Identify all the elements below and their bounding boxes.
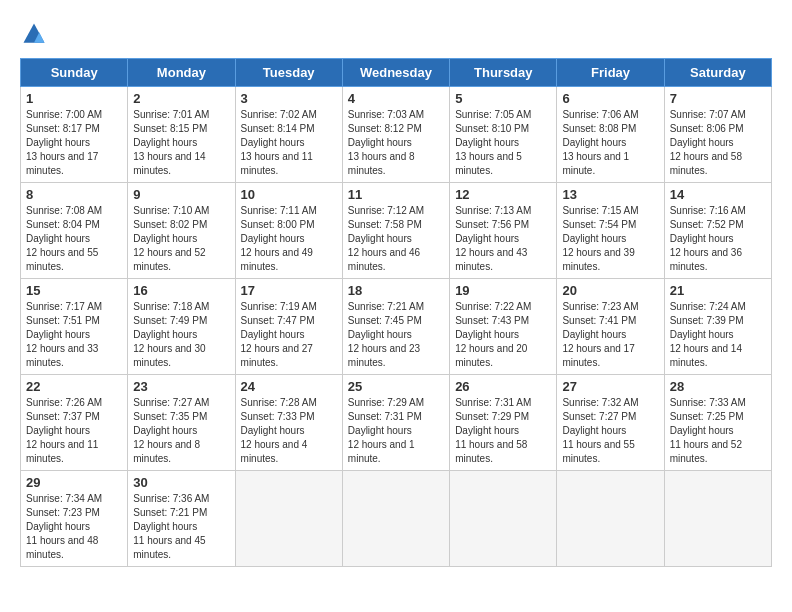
day-number: 19	[455, 283, 551, 298]
day-number: 26	[455, 379, 551, 394]
day-number: 4	[348, 91, 444, 106]
day-number: 20	[562, 283, 658, 298]
calendar-cell	[342, 471, 449, 567]
day-number: 22	[26, 379, 122, 394]
calendar-cell: 16Sunrise: 7:18 AMSunset: 7:49 PMDayligh…	[128, 279, 235, 375]
day-info: Sunrise: 7:17 AMSunset: 7:51 PMDaylight …	[26, 300, 122, 370]
weekday-header-tuesday: Tuesday	[235, 59, 342, 87]
page-header	[20, 20, 772, 48]
day-number: 2	[133, 91, 229, 106]
calendar-cell: 24Sunrise: 7:28 AMSunset: 7:33 PMDayligh…	[235, 375, 342, 471]
calendar-cell: 19Sunrise: 7:22 AMSunset: 7:43 PMDayligh…	[450, 279, 557, 375]
day-number: 5	[455, 91, 551, 106]
day-info: Sunrise: 7:24 AMSunset: 7:39 PMDaylight …	[670, 300, 766, 370]
calendar-cell: 29Sunrise: 7:34 AMSunset: 7:23 PMDayligh…	[21, 471, 128, 567]
day-info: Sunrise: 7:28 AMSunset: 7:33 PMDaylight …	[241, 396, 337, 466]
day-number: 29	[26, 475, 122, 490]
logo-icon	[20, 20, 48, 48]
weekday-header-sunday: Sunday	[21, 59, 128, 87]
day-info: Sunrise: 7:21 AMSunset: 7:45 PMDaylight …	[348, 300, 444, 370]
calendar-cell: 5Sunrise: 7:05 AMSunset: 8:10 PMDaylight…	[450, 87, 557, 183]
day-info: Sunrise: 7:22 AMSunset: 7:43 PMDaylight …	[455, 300, 551, 370]
calendar-cell	[450, 471, 557, 567]
day-number: 3	[241, 91, 337, 106]
day-number: 27	[562, 379, 658, 394]
day-number: 24	[241, 379, 337, 394]
day-info: Sunrise: 7:07 AMSunset: 8:06 PMDaylight …	[670, 108, 766, 178]
day-number: 25	[348, 379, 444, 394]
weekday-header-thursday: Thursday	[450, 59, 557, 87]
calendar-cell: 30Sunrise: 7:36 AMSunset: 7:21 PMDayligh…	[128, 471, 235, 567]
calendar-week-4: 29Sunrise: 7:34 AMSunset: 7:23 PMDayligh…	[21, 471, 772, 567]
calendar-header: SundayMondayTuesdayWednesdayThursdayFrid…	[21, 59, 772, 87]
calendar-week-3: 22Sunrise: 7:26 AMSunset: 7:37 PMDayligh…	[21, 375, 772, 471]
day-number: 17	[241, 283, 337, 298]
day-info: Sunrise: 7:23 AMSunset: 7:41 PMDaylight …	[562, 300, 658, 370]
calendar-cell: 14Sunrise: 7:16 AMSunset: 7:52 PMDayligh…	[664, 183, 771, 279]
day-number: 11	[348, 187, 444, 202]
calendar-week-1: 8Sunrise: 7:08 AMSunset: 8:04 PMDaylight…	[21, 183, 772, 279]
day-number: 6	[562, 91, 658, 106]
day-number: 15	[26, 283, 122, 298]
calendar-cell: 9Sunrise: 7:10 AMSunset: 8:02 PMDaylight…	[128, 183, 235, 279]
calendar-week-0: 1Sunrise: 7:00 AMSunset: 8:17 PMDaylight…	[21, 87, 772, 183]
day-info: Sunrise: 7:33 AMSunset: 7:25 PMDaylight …	[670, 396, 766, 466]
day-number: 7	[670, 91, 766, 106]
calendar-cell: 26Sunrise: 7:31 AMSunset: 7:29 PMDayligh…	[450, 375, 557, 471]
calendar-cell	[664, 471, 771, 567]
calendar-cell: 25Sunrise: 7:29 AMSunset: 7:31 PMDayligh…	[342, 375, 449, 471]
day-info: Sunrise: 7:34 AMSunset: 7:23 PMDaylight …	[26, 492, 122, 562]
calendar-cell: 8Sunrise: 7:08 AMSunset: 8:04 PMDaylight…	[21, 183, 128, 279]
day-info: Sunrise: 7:26 AMSunset: 7:37 PMDaylight …	[26, 396, 122, 466]
day-number: 9	[133, 187, 229, 202]
calendar-cell: 11Sunrise: 7:12 AMSunset: 7:58 PMDayligh…	[342, 183, 449, 279]
day-info: Sunrise: 7:27 AMSunset: 7:35 PMDaylight …	[133, 396, 229, 466]
day-info: Sunrise: 7:10 AMSunset: 8:02 PMDaylight …	[133, 204, 229, 274]
day-number: 10	[241, 187, 337, 202]
calendar-cell: 17Sunrise: 7:19 AMSunset: 7:47 PMDayligh…	[235, 279, 342, 375]
day-info: Sunrise: 7:00 AMSunset: 8:17 PMDaylight …	[26, 108, 122, 178]
day-info: Sunrise: 7:32 AMSunset: 7:27 PMDaylight …	[562, 396, 658, 466]
weekday-header-wednesday: Wednesday	[342, 59, 449, 87]
calendar-cell: 13Sunrise: 7:15 AMSunset: 7:54 PMDayligh…	[557, 183, 664, 279]
day-info: Sunrise: 7:15 AMSunset: 7:54 PMDaylight …	[562, 204, 658, 274]
day-number: 18	[348, 283, 444, 298]
calendar-cell	[557, 471, 664, 567]
calendar-cell: 3Sunrise: 7:02 AMSunset: 8:14 PMDaylight…	[235, 87, 342, 183]
day-info: Sunrise: 7:08 AMSunset: 8:04 PMDaylight …	[26, 204, 122, 274]
day-info: Sunrise: 7:19 AMSunset: 7:47 PMDaylight …	[241, 300, 337, 370]
day-number: 12	[455, 187, 551, 202]
calendar-cell: 20Sunrise: 7:23 AMSunset: 7:41 PMDayligh…	[557, 279, 664, 375]
weekday-header-monday: Monday	[128, 59, 235, 87]
calendar-cell: 10Sunrise: 7:11 AMSunset: 8:00 PMDayligh…	[235, 183, 342, 279]
day-info: Sunrise: 7:29 AMSunset: 7:31 PMDaylight …	[348, 396, 444, 466]
weekday-header-saturday: Saturday	[664, 59, 771, 87]
day-info: Sunrise: 7:18 AMSunset: 7:49 PMDaylight …	[133, 300, 229, 370]
calendar-cell: 4Sunrise: 7:03 AMSunset: 8:12 PMDaylight…	[342, 87, 449, 183]
weekday-header-row: SundayMondayTuesdayWednesdayThursdayFrid…	[21, 59, 772, 87]
day-number: 8	[26, 187, 122, 202]
calendar-cell: 18Sunrise: 7:21 AMSunset: 7:45 PMDayligh…	[342, 279, 449, 375]
day-number: 21	[670, 283, 766, 298]
calendar-cell: 15Sunrise: 7:17 AMSunset: 7:51 PMDayligh…	[21, 279, 128, 375]
calendar-cell: 12Sunrise: 7:13 AMSunset: 7:56 PMDayligh…	[450, 183, 557, 279]
day-number: 14	[670, 187, 766, 202]
calendar-cell: 21Sunrise: 7:24 AMSunset: 7:39 PMDayligh…	[664, 279, 771, 375]
day-number: 1	[26, 91, 122, 106]
day-info: Sunrise: 7:31 AMSunset: 7:29 PMDaylight …	[455, 396, 551, 466]
day-number: 30	[133, 475, 229, 490]
calendar-cell: 22Sunrise: 7:26 AMSunset: 7:37 PMDayligh…	[21, 375, 128, 471]
day-info: Sunrise: 7:36 AMSunset: 7:21 PMDaylight …	[133, 492, 229, 562]
day-info: Sunrise: 7:16 AMSunset: 7:52 PMDaylight …	[670, 204, 766, 274]
calendar-cell	[235, 471, 342, 567]
calendar-table: SundayMondayTuesdayWednesdayThursdayFrid…	[20, 58, 772, 567]
calendar-cell: 6Sunrise: 7:06 AMSunset: 8:08 PMDaylight…	[557, 87, 664, 183]
calendar-cell: 23Sunrise: 7:27 AMSunset: 7:35 PMDayligh…	[128, 375, 235, 471]
day-info: Sunrise: 7:01 AMSunset: 8:15 PMDaylight …	[133, 108, 229, 178]
calendar-cell: 2Sunrise: 7:01 AMSunset: 8:15 PMDaylight…	[128, 87, 235, 183]
logo	[20, 20, 52, 48]
day-info: Sunrise: 7:12 AMSunset: 7:58 PMDaylight …	[348, 204, 444, 274]
day-info: Sunrise: 7:03 AMSunset: 8:12 PMDaylight …	[348, 108, 444, 178]
calendar-cell: 27Sunrise: 7:32 AMSunset: 7:27 PMDayligh…	[557, 375, 664, 471]
day-number: 16	[133, 283, 229, 298]
